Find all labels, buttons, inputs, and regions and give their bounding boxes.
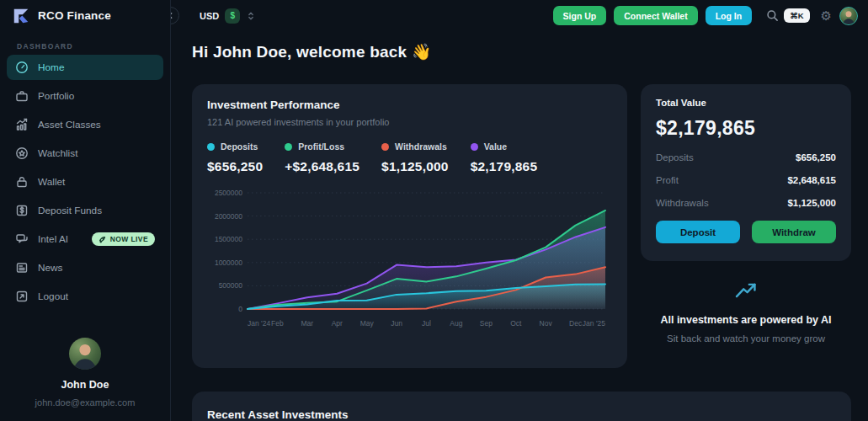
- page-greeting: Hi John Doe, welcome back 👋: [192, 42, 432, 61]
- svg-text:Oct: Oct: [510, 319, 522, 328]
- total-row-label: Deposits: [656, 152, 694, 163]
- now-live-badge: NOW LIVE: [92, 232, 155, 246]
- portfolio-icon: [15, 89, 29, 103]
- performance-chart[interactable]: 05000001000000150000020000002500000Jan '…: [207, 184, 612, 336]
- performance-title: Investment Performance: [207, 99, 612, 111]
- performance-legend: Deposits$656,250Profit/Loss+$2,648,615Wi…: [207, 141, 612, 174]
- total-value-title: Total Value: [656, 98, 836, 108]
- home-icon: [15, 61, 29, 74]
- total-row-withdrawals: Withdrawals$1,125,000: [656, 198, 836, 208]
- sidebar-item-logout[interactable]: Logout: [7, 284, 163, 309]
- profile-name: John Doe: [61, 379, 109, 391]
- legend-value: +$2,648,615: [285, 159, 359, 174]
- total-value-card: Total Value $2,179,865 Deposits$656,250P…: [641, 84, 851, 261]
- intel-ai-icon: [15, 232, 29, 246]
- legend-label: Deposits: [221, 141, 258, 152]
- ai-note-title: All investments are powered by AI: [641, 314, 851, 326]
- brand-logo[interactable]: RCO Finance: [0, 0, 170, 31]
- sidebar-item-label: News: [38, 262, 63, 274]
- legend-value: $1,125,000: [381, 159, 449, 174]
- svg-text:Apr: Apr: [332, 319, 343, 328]
- deposit-funds-icon: [15, 204, 29, 217]
- investment-performance-card: Investment Performance 121 AI powered in…: [192, 84, 627, 368]
- total-value-amount: $2,179,865: [656, 117, 836, 140]
- sidebar-item-deposit-funds[interactable]: Deposit Funds: [7, 198, 163, 223]
- sidebar-item-asset-classes[interactable]: Asset Classes: [7, 112, 163, 137]
- withdraw-button[interactable]: Withdraw: [752, 221, 836, 243]
- search-icon: [766, 9, 779, 22]
- sidebar-nav: HomePortfolioAsset ClassesWatchlistWalle…: [0, 55, 170, 309]
- sidebar-item-label: Watchlist: [38, 147, 77, 159]
- total-value-rows: Deposits$656,250Profit$2,648,615Withdraw…: [656, 152, 836, 208]
- connect-wallet-button[interactable]: Connect Wallet: [614, 6, 697, 25]
- legend-value: $2,179,865: [471, 159, 538, 174]
- sidebar-item-label: Asset Classes: [38, 119, 101, 131]
- search-button[interactable]: ⌘K: [766, 8, 809, 23]
- profile-avatar: [69, 338, 101, 370]
- trending-up-icon: [734, 281, 758, 300]
- profile-email: john.doe@example.com: [35, 397, 136, 408]
- greeting-text: Hi John Doe, welcome back: [192, 43, 407, 61]
- legend-item-profit-loss: Profit/Loss+$2,648,615: [285, 141, 359, 174]
- brand-name: RCO Finance: [38, 9, 111, 22]
- currency-selector[interactable]: USD $: [200, 8, 256, 24]
- sidebar-item-home[interactable]: Home: [7, 55, 163, 80]
- wave-emoji: 👋: [412, 43, 432, 61]
- sidebar-item-label: Home: [38, 61, 64, 73]
- sidebar-profile[interactable]: John Doe john.doe@example.com: [0, 338, 170, 421]
- svg-text:Nov: Nov: [540, 319, 553, 328]
- total-row-label: Withdrawals: [656, 198, 709, 208]
- sidebar-item-label: Portfolio: [38, 90, 74, 102]
- sidebar-item-watchlist[interactable]: Watchlist: [7, 141, 163, 166]
- svg-text:500000: 500000: [219, 281, 243, 290]
- svg-text:Jan '24: Jan '24: [248, 319, 270, 328]
- sidebar-item-wallet[interactable]: Wallet: [7, 169, 163, 195]
- legend-label: Profit/Loss: [298, 141, 344, 152]
- sidebar-item-label: Logout: [38, 290, 68, 302]
- svg-text:Aug: Aug: [450, 319, 462, 328]
- sidebar-item-label: Wallet: [38, 176, 65, 188]
- currency-code: USD: [200, 11, 219, 21]
- svg-text:0: 0: [238, 305, 242, 313]
- svg-text:Jan '25: Jan '25: [583, 319, 605, 328]
- legend-item-value: Value$2,179,865: [471, 141, 538, 174]
- sidebar-item-portfolio[interactable]: Portfolio: [7, 83, 163, 109]
- total-row-profit: Profit$2,648,615: [656, 175, 836, 185]
- legend-item-withdrawals: Withdrawals$1,125,000: [381, 141, 449, 174]
- svg-text:Jun: Jun: [391, 319, 402, 328]
- sidebar-item-label: Intel AI: [38, 233, 68, 245]
- total-value-buttons: Deposit Withdraw: [656, 221, 836, 243]
- asset-classes-icon: [15, 118, 29, 131]
- svg-text:Jul: Jul: [422, 319, 431, 328]
- watchlist-icon: [15, 147, 29, 160]
- legend-value: $656,250: [207, 159, 263, 174]
- chevron-updown-icon: [246, 10, 256, 22]
- log-in-button[interactable]: Log In: [706, 6, 753, 25]
- deposit-button[interactable]: Deposit: [656, 221, 740, 243]
- sign-up-button[interactable]: Sign Up: [553, 6, 607, 25]
- settings-gear-icon[interactable]: ⚙: [821, 9, 832, 22]
- topbar: USD $ Sign Up Connect Wallet Log In ⌘K ⚙: [171, 0, 868, 31]
- sidebar-item-intel-ai[interactable]: Intel AINOW LIVE: [7, 226, 163, 252]
- svg-text:Mar: Mar: [301, 319, 314, 328]
- news-icon: [15, 261, 29, 274]
- svg-text:2000000: 2000000: [215, 212, 242, 221]
- total-row-value: $656,250: [796, 152, 836, 163]
- svg-text:Feb: Feb: [271, 319, 284, 328]
- svg-text:1000000: 1000000: [215, 258, 242, 267]
- sidebar-item-news[interactable]: News: [7, 255, 163, 280]
- svg-text:2500000: 2500000: [215, 189, 242, 197]
- topbar-actions: Sign Up Connect Wallet Log In ⌘K ⚙: [553, 6, 858, 25]
- wallet-icon: [15, 175, 29, 189]
- legend-item-deposits: Deposits$656,250: [207, 141, 263, 174]
- recent-investments-title: Recent Asset Investments: [207, 408, 836, 421]
- ai-note-subtitle: Sit back and watch your money grow: [641, 333, 851, 344]
- svg-text:Dec: Dec: [569, 319, 583, 328]
- sidebar-section-label: DASHBOARD: [17, 42, 170, 51]
- total-row-value: $2,648,615: [787, 175, 836, 185]
- logout-icon: [15, 290, 29, 303]
- recent-asset-investments-card: Recent Asset Investments: [192, 392, 851, 421]
- sidebar-item-label: Deposit Funds: [38, 205, 102, 216]
- svg-text:May: May: [360, 319, 375, 328]
- topbar-avatar[interactable]: [839, 7, 858, 25]
